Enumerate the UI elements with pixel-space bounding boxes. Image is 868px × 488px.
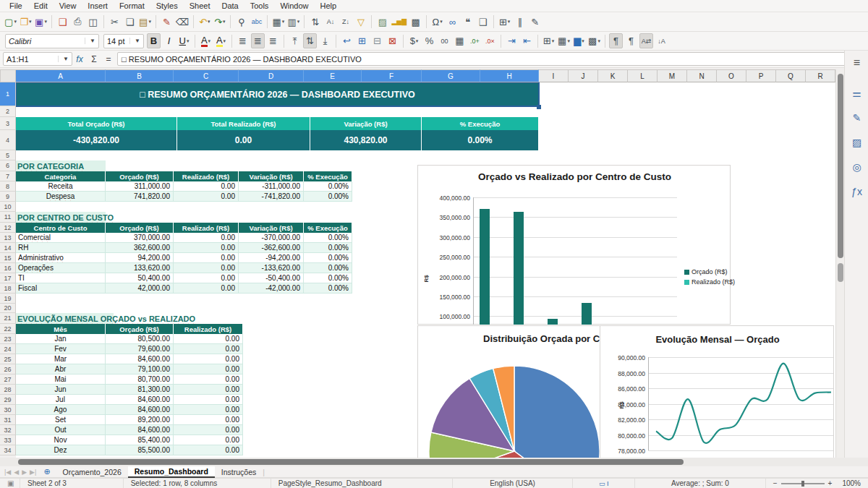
font-size-combo[interactable]: 14 pt▼ — [103, 34, 144, 48]
table-cell[interactable]: 0.00 — [174, 181, 239, 192]
menu-icon[interactable]: ≡ — [845, 51, 868, 75]
chevron-down-icon[interactable]: ▼ — [85, 38, 95, 44]
row-header-12[interactable]: 12 — [0, 223, 16, 233]
row-header-30[interactable]: 30 — [0, 405, 16, 415]
table-cell[interactable]: Fiscal — [16, 283, 106, 294]
table-cell[interactable]: 0.00 — [174, 354, 243, 364]
show-draw-functions-icon[interactable]: ✎ — [528, 14, 542, 30]
sheet-nav-prev-icon[interactable]: ◀ — [12, 468, 20, 476]
table-cell[interactable]: 741,820.00 — [106, 192, 174, 202]
chevron-down-icon[interactable]: ▼ — [58, 56, 69, 62]
row-header-8[interactable]: 8 — [0, 181, 16, 192]
formula-input[interactable]: □ RESUMO ORÇAMENTÁRIO 2026 — DASHBOARD E… — [117, 52, 848, 66]
menu-styles[interactable]: Styles — [151, 1, 183, 11]
selection-mode-icon[interactable]: ▭ I — [599, 480, 609, 487]
sidebar-settings-icon[interactable]: ⚌ — [845, 81, 868, 106]
legend-item[interactable]: Realizado (R$) — [684, 278, 735, 286]
table-cell[interactable]: 85,500.00 — [106, 445, 174, 455]
page-break-icon[interactable]: ❑ — [476, 14, 490, 30]
section-heading[interactable]: EVOLUÇÃO MENSAL ORÇADO vs REALIZADO — [16, 313, 195, 324]
row-header-16[interactable]: 16 — [0, 263, 16, 273]
spelling-icon[interactable]: abc — [250, 14, 263, 30]
table-cell[interactable]: 0.00 — [174, 385, 243, 395]
table-column-header[interactable]: Orçado (R$) — [106, 223, 174, 233]
summary-value[interactable]: -430,820.00 — [16, 130, 177, 150]
table-cell[interactable]: 0.00 — [174, 364, 243, 374]
table-cell[interactable]: 0.00% — [304, 263, 352, 273]
table-cell[interactable]: 0.00 — [174, 374, 243, 385]
chevron-down-icon[interactable]: ▾ — [282, 19, 285, 25]
vertical-scrollbar-thumb-secondary[interactable] — [838, 263, 843, 282]
format-percent-icon[interactable]: % — [422, 33, 436, 48]
chevron-down-icon[interactable]: ▾ — [597, 38, 600, 44]
column-header-K[interactable]: K — [598, 69, 628, 82]
wrap-text-icon[interactable]: ↩ — [340, 33, 354, 48]
add-sheet-icon[interactable]: ⊕ — [41, 467, 56, 476]
column-header-M[interactable]: M — [658, 69, 687, 82]
functions-icon[interactable]: ƒx — [845, 179, 868, 204]
background-color-icon[interactable]: ▆▾ — [572, 33, 586, 48]
redo-icon[interactable]: ↷▾ — [213, 14, 226, 30]
row-header-19[interactable]: 19 — [0, 294, 16, 304]
new-document-icon[interactable]: ▢▾ — [4, 14, 17, 30]
table-cell[interactable]: 311,000.00 — [106, 181, 174, 192]
row-header-18[interactable]: 18 — [0, 283, 16, 294]
line-chart[interactable]: Evolução Mensal — Orçado90,000.0088,000.… — [600, 325, 834, 458]
table-column-header[interactable]: % Execução — [304, 223, 352, 233]
column-header-F[interactable]: F — [362, 69, 422, 82]
text-direction-ltr-icon[interactable]: ¶ — [609, 33, 623, 48]
table-cell[interactable]: Comercial — [16, 233, 106, 243]
bold-icon[interactable]: B — [147, 33, 161, 48]
vertical-scrollbar-thumb[interactable] — [838, 74, 843, 258]
table-cell[interactable]: 0.00 — [174, 435, 243, 445]
table-cell[interactable]: 0.00 — [174, 273, 239, 283]
function-wizard-icon[interactable]: fx — [72, 52, 87, 66]
table-cell[interactable]: 0.00 — [174, 192, 239, 202]
column-header-A[interactable]: A — [16, 69, 106, 82]
table-cell[interactable]: 0.00 — [174, 395, 243, 405]
section-heading[interactable]: POR CENTRO DE CUSTO — [16, 212, 114, 223]
borders-icon[interactable]: ⊞▾ — [542, 33, 556, 48]
highlight-color-icon[interactable]: A▾ — [214, 33, 228, 48]
table-column-header[interactable]: Variação (R$) — [239, 223, 304, 233]
column-header-D[interactable]: D — [239, 69, 304, 82]
center-vertically-icon[interactable]: ⇅ — [303, 33, 317, 48]
unmerge-cells-icon[interactable]: ⊠ — [386, 33, 399, 48]
autofilter-icon[interactable]: ▽ — [354, 14, 367, 30]
column-header-R[interactable]: R — [806, 69, 835, 82]
row-header-20[interactable]: 20 — [0, 304, 16, 313]
table-cell[interactable]: 0.00% — [304, 181, 352, 192]
underline-icon[interactable]: U▾ — [177, 33, 191, 48]
chevron-down-icon[interactable]: ▾ — [44, 19, 47, 25]
table-column-header[interactable]: Realizado (R$) — [174, 171, 239, 181]
sort-icon[interactable]: ⇅ — [308, 14, 322, 30]
menu-sheet[interactable]: Sheet — [184, 1, 216, 11]
font-name-combo[interactable]: Calibri▼ — [5, 34, 99, 48]
table-cell[interactable]: 84,600.00 — [106, 354, 174, 364]
clone-formatting-icon[interactable]: ✎ — [160, 14, 174, 30]
menu-data[interactable]: Data — [216, 1, 243, 11]
legend-item[interactable]: Orçado (R$) — [684, 268, 728, 275]
chevron-down-icon[interactable]: ▾ — [223, 19, 226, 25]
selection-handle[interactable] — [537, 105, 541, 109]
undo-icon[interactable]: ↶▾ — [197, 14, 211, 30]
merge-cells-icon[interactable]: ⊟ — [370, 33, 384, 48]
save-icon[interactable]: ▣▾ — [34, 14, 48, 30]
sheet-nav-last-icon[interactable]: ▶| — [28, 468, 38, 476]
table-cell[interactable]: Despesa — [16, 192, 106, 202]
cut-icon[interactable]: ✂ — [108, 14, 122, 30]
table-cell[interactable]: 0.00 — [174, 445, 243, 455]
table-cell[interactable]: 0.00 — [174, 334, 243, 344]
row-header-29[interactable]: 29 — [0, 395, 16, 405]
open-file-icon[interactable]: ❐▾ — [19, 14, 33, 30]
bar-chart[interactable]: Orçado vs Realizado por Centro de Custo4… — [417, 165, 731, 325]
table-cell[interactable]: Nov — [16, 435, 106, 445]
row-header-33[interactable]: 33 — [0, 435, 16, 445]
pivot-table-icon[interactable]: ▩ — [409, 14, 422, 30]
table-cell[interactable]: 0.00% — [304, 243, 352, 253]
table-cell[interactable]: 0.00 — [174, 283, 239, 294]
table-cell[interactable]: Operações — [16, 263, 106, 273]
delete-decimal-icon[interactable]: .0× — [483, 33, 497, 48]
row-header-22[interactable]: 22 — [0, 324, 16, 334]
table-cell[interactable]: Jan — [16, 334, 106, 344]
